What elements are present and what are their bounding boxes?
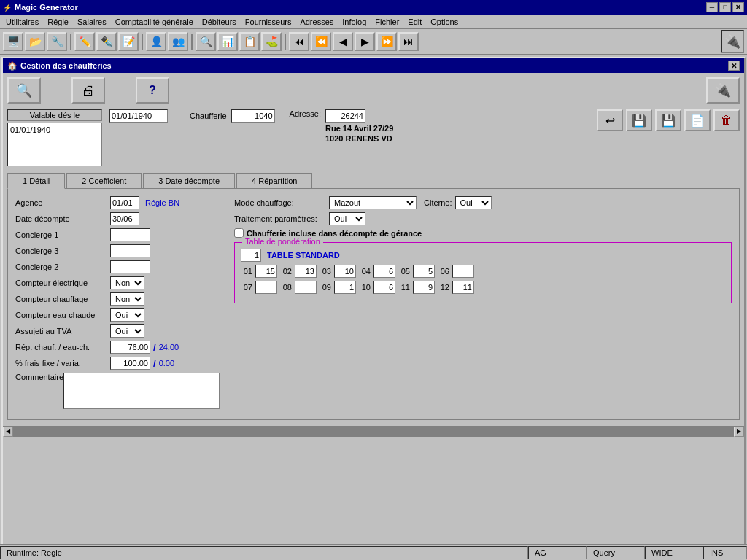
pond-input-10[interactable]	[374, 281, 395, 294]
pond-input-04[interactable]	[374, 265, 395, 278]
pond-input-05[interactable]	[413, 265, 435, 278]
close-app-button[interactable]: ✕	[732, 2, 744, 12]
toolbar-nav-next2[interactable]: ⏩	[376, 32, 397, 51]
save-button[interactable]: 💾	[626, 109, 652, 131]
toolbar-nav-next[interactable]: ▶	[355, 32, 375, 51]
toolbar-btn-7[interactable]: 👤	[146, 32, 166, 51]
scroll-left[interactable]: ◀	[3, 427, 13, 437]
app-icon: ⚡	[3, 4, 12, 12]
pond-input-07[interactable]	[255, 281, 277, 294]
pond-input-11[interactable]	[413, 281, 435, 294]
toolbar-nav-prev2[interactable]: ⏪	[311, 32, 331, 51]
menu-infolog[interactable]: Infolog	[338, 16, 371, 28]
menu-salaires[interactable]: Salaires	[73, 16, 111, 28]
tab-detail[interactable]: 1 Détail	[7, 173, 65, 189]
status-query: Query	[587, 546, 645, 559]
main-toolbar: 🖥️ 📂 🔧 ✏️ ✒️ 📝 👤 👥 🔍 📊 📋 ⛳ ⏮ ⏪ ◀ ▶ ⏩ ⏭ 🔌	[0, 29, 747, 55]
tab-repartition[interactable]: 4 Répartition	[236, 173, 312, 189]
menu-debiteurs[interactable]: Débiteurs	[198, 16, 241, 28]
menu-edit[interactable]: Edit	[403, 16, 426, 28]
new-button[interactable]: 📄	[684, 109, 711, 131]
pond-row-1: 01 02 03 04 05 06	[241, 265, 725, 278]
toolbar-btn-8[interactable]: 👥	[168, 32, 188, 51]
dialog-help-button[interactable]: ?	[136, 77, 169, 104]
toolbar-btn-6[interactable]: 📝	[118, 32, 139, 51]
compteur-elec-select[interactable]: Non Oui	[110, 276, 144, 289]
toolbar-sep-2	[142, 34, 143, 50]
traitement-select[interactable]: Oui Non	[329, 212, 365, 225]
pond-input-09[interactable]	[334, 281, 356, 294]
concierge3-input[interactable]	[110, 244, 150, 257]
toolbar-nav-prev[interactable]: ◀	[333, 32, 353, 51]
action-buttons: ↩ 💾 💾 📄 🗑	[597, 109, 740, 131]
concierge2-input[interactable]	[110, 260, 150, 273]
menu-adresses[interactable]: Adresses	[295, 16, 338, 28]
toolbar-btn-10[interactable]: 📊	[217, 32, 238, 51]
compteur-elec-row: Compteur électrique Non Oui	[15, 276, 220, 289]
agence-input[interactable]	[110, 196, 139, 209]
mode-chauf-select[interactable]: Mazout Gaz Electricité	[329, 196, 417, 209]
toolbar-btn-11[interactable]: 📋	[239, 32, 260, 51]
compteur-chauf-select[interactable]: Non Oui	[110, 292, 144, 306]
maximize-button[interactable]: □	[719, 2, 731, 12]
date-input[interactable]	[109, 109, 168, 122]
tab-date-decompte[interactable]: 3 Date décompte	[143, 173, 235, 189]
commentaire-textarea[interactable]	[63, 373, 220, 409]
assujeti-select[interactable]: Oui Non	[110, 324, 144, 338]
dialog-print-button[interactable]: 🖨	[71, 77, 105, 104]
table-id-input[interactable]	[241, 249, 261, 262]
rep-value1-input[interactable]	[110, 341, 150, 354]
dialog-search-button[interactable]: 🔍	[7, 77, 41, 104]
pond-input-12[interactable]	[452, 281, 474, 294]
toolbar-btn-2[interactable]: 📂	[25, 32, 45, 51]
toolbar-nav-first[interactable]: ⏮	[289, 32, 309, 51]
undo-button[interactable]: ↩	[597, 109, 623, 131]
table-id-row: TABLE STANDARD	[241, 249, 725, 262]
left-column: Agence Régie BN Date décompte Concierge …	[15, 196, 220, 412]
date-decompte-input[interactable]	[110, 212, 139, 225]
pond-label-05: 05	[398, 267, 410, 276]
pond-input-06[interactable]	[452, 265, 474, 278]
pond-label-12: 12	[438, 283, 449, 292]
title-bar: ⚡ Magic Generator ─ □ ✕	[0, 0, 747, 15]
menu-regie[interactable]: Régie	[43, 16, 73, 28]
agence-name: Régie BN	[145, 198, 179, 207]
dialog-content: 🔍 🖨 ? 🔌 Valable dés le 01/01/1940	[3, 73, 744, 424]
scrollbar: ◀ ▶	[3, 426, 744, 436]
pond-input-03[interactable]	[334, 265, 356, 278]
dialog-logo-button[interactable]: 🔌	[706, 77, 740, 104]
concierge1-input[interactable]	[110, 228, 150, 241]
toolbar-nav-last[interactable]: ⏭	[398, 32, 419, 51]
menu-utilitaires[interactable]: Utilitaires	[1, 16, 43, 28]
minimize-button[interactable]: ─	[706, 2, 718, 12]
pond-input-08[interactable]	[295, 281, 317, 294]
toolbar-btn-1[interactable]: 🖥️	[3, 32, 23, 51]
menu-options[interactable]: Options	[426, 16, 462, 28]
toolbar-btn-12[interactable]: ⛳	[261, 32, 282, 51]
toolbar-btn-5[interactable]: ✒️	[96, 32, 117, 51]
pond-input-02[interactable]	[295, 265, 317, 278]
menu-fichier[interactable]: Fichier	[371, 16, 403, 28]
compteur-chauf-label: Compteur chauffage	[15, 295, 110, 303]
save2-button[interactable]: 💾	[655, 109, 681, 131]
delete-button[interactable]: 🗑	[713, 109, 740, 131]
scroll-right[interactable]: ▶	[734, 427, 744, 437]
concierge1-row: Concierge 1	[15, 228, 220, 241]
pond-input-01[interactable]	[255, 265, 277, 278]
compteur-eau-select[interactable]: Oui Non	[110, 308, 144, 322]
dialog-close-button[interactable]: ✕	[728, 61, 740, 71]
dialog-title-icon: 🏠	[7, 61, 18, 71]
frais-value1-input[interactable]	[110, 357, 150, 370]
scrollbar-track[interactable]	[13, 427, 734, 437]
assujeti-label: Assujeti au TVA	[15, 327, 110, 335]
citerne-select[interactable]: Oui Non	[455, 196, 492, 209]
toolbar-btn-3[interactable]: 🔧	[47, 32, 67, 51]
chaufferie-input[interactable]	[231, 109, 275, 122]
tab-coefficient[interactable]: 2 Coefficient	[66, 173, 142, 189]
app-logo: 🔌	[721, 30, 744, 53]
toolbar-btn-4[interactable]: ✏️	[74, 32, 95, 51]
adresse-code-input[interactable]	[325, 109, 365, 122]
toolbar-btn-9[interactable]: 🔍	[196, 32, 216, 51]
menu-fournisseurs[interactable]: Fournisseurs	[241, 16, 296, 28]
menu-comptabilite[interactable]: Comptabilité générale	[111, 16, 198, 28]
